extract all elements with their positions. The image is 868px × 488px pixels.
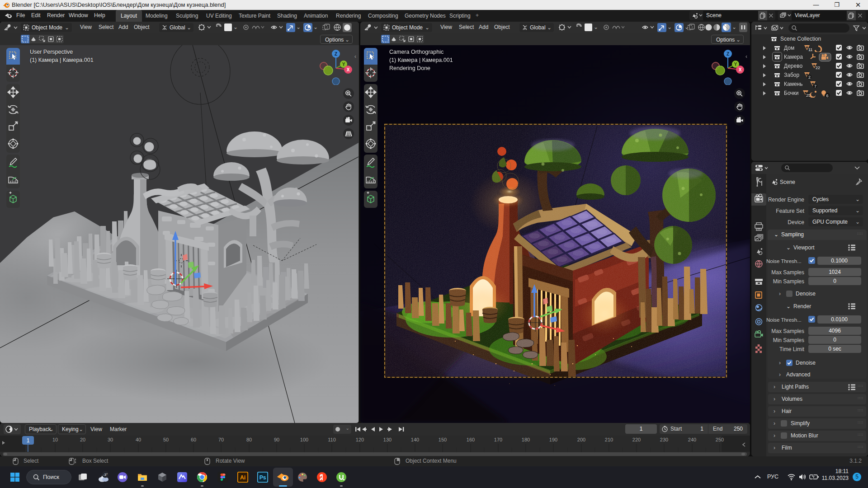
svg-text:90: 90 <box>274 437 279 442</box>
svg-text:250: 250 <box>716 437 724 442</box>
svg-text:1: 1 <box>27 437 30 444</box>
svg-text:40: 40 <box>136 437 141 442</box>
svg-text:7: 7 <box>814 84 816 89</box>
svg-text:50: 50 <box>163 437 169 442</box>
svg-text:80: 80 <box>246 437 252 442</box>
svg-text:11: 11 <box>808 47 812 52</box>
svg-text:2: 2 <box>808 75 811 80</box>
svg-text:10: 10 <box>52 437 58 442</box>
svg-text:Z: Z <box>726 52 729 56</box>
svg-text:Y: Y <box>342 62 345 67</box>
svg-text:230: 230 <box>660 437 668 442</box>
svg-text:240: 240 <box>688 437 696 442</box>
svg-text:Ai: Ai <box>240 474 245 481</box>
svg-text:60: 60 <box>191 437 196 442</box>
svg-text:170: 170 <box>494 437 502 442</box>
svg-text:Z: Z <box>335 52 337 56</box>
svg-text:190: 190 <box>549 437 557 442</box>
svg-text:220: 220 <box>632 437 641 442</box>
svg-text:Y: Y <box>734 62 737 67</box>
svg-text:120: 120 <box>356 437 364 442</box>
svg-text:130: 130 <box>383 437 392 442</box>
svg-text:X: X <box>739 67 742 72</box>
svg-text:X: X <box>347 67 350 72</box>
svg-text:30: 30 <box>108 437 113 442</box>
svg-text:Ps: Ps <box>259 474 266 481</box>
svg-text:140: 140 <box>411 437 419 442</box>
svg-text:-3°: -3° <box>103 473 108 477</box>
svg-text:6: 6 <box>826 94 829 98</box>
svg-text:160: 160 <box>467 437 475 442</box>
svg-text:210: 210 <box>605 437 613 442</box>
svg-text:70: 70 <box>218 437 224 442</box>
svg-text:20: 20 <box>80 437 85 442</box>
svg-text:150: 150 <box>439 437 447 442</box>
svg-text:110: 110 <box>328 437 336 442</box>
svg-text:22: 22 <box>816 66 820 70</box>
svg-text:100: 100 <box>300 437 308 442</box>
svg-text:180: 180 <box>522 437 530 442</box>
svg-text:200: 200 <box>577 437 585 442</box>
